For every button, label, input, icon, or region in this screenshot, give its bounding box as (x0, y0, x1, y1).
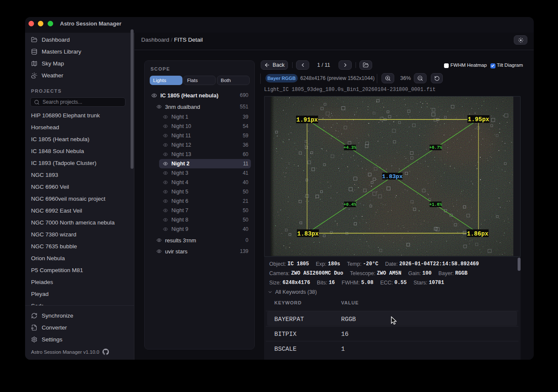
svg-text:1.83px: 1.83px (297, 230, 319, 237)
svg-text:+1.6%: +1.6% (429, 202, 442, 207)
svg-text:1.95px: 1.95px (468, 116, 490, 123)
svg-text:+4.3%: +4.3% (344, 145, 356, 150)
svg-text:+6.7%: +6.7% (429, 145, 442, 150)
svg-text:1.91px: 1.91px (296, 116, 318, 123)
svg-text:1.86px: 1.86px (467, 230, 489, 237)
svg-text:+0.4%: +0.4% (344, 202, 356, 207)
svg-text:1.83px: 1.83px (382, 173, 403, 180)
